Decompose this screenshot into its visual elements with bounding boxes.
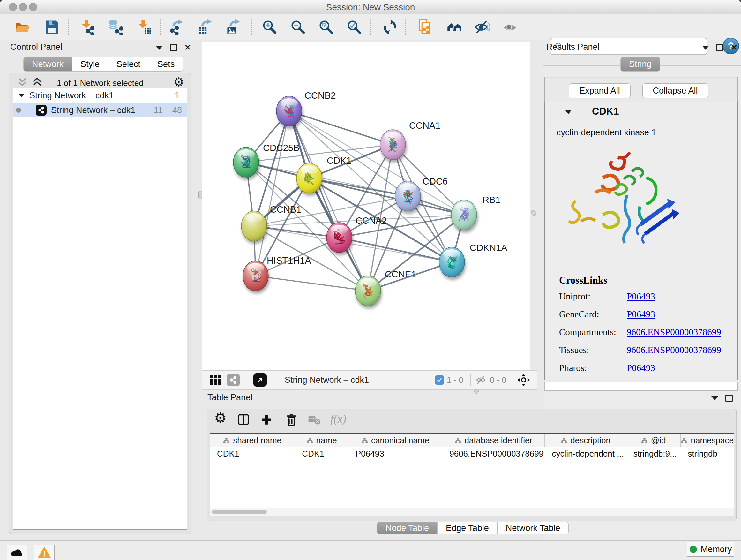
table-cell[interactable]: stringdb <box>681 447 734 460</box>
show-columns-button[interactable] <box>237 413 251 427</box>
table-cell[interactable]: 9606.ENSP00000378699 <box>442 447 545 460</box>
edge-CCNB2-CCNA1[interactable] <box>289 111 393 145</box>
delete-table-button[interactable] <box>307 413 321 427</box>
panel-float-icon[interactable] <box>170 44 177 51</box>
table-cell[interactable]: stringdb:9... <box>626 447 681 460</box>
node-RB1[interactable] <box>451 200 477 230</box>
cloud-button[interactable] <box>7 545 27 560</box>
column-type-icon <box>307 437 313 443</box>
save-session-button[interactable] <box>43 18 61 36</box>
crosslink-link[interactable]: P06493 <box>627 363 655 373</box>
hide-selection-button[interactable] <box>473 18 491 36</box>
tab-select[interactable]: Select <box>108 57 149 71</box>
network-view-icon[interactable] <box>227 374 240 386</box>
export-table-button[interactable] <box>197 18 215 36</box>
node-CDC25B[interactable] <box>233 147 259 177</box>
selected-checkbox-icon[interactable] <box>435 375 444 385</box>
column-header-canonical-name[interactable]: canonical name <box>348 434 442 447</box>
node-CCNE1[interactable] <box>355 276 381 306</box>
tree-expander-icon[interactable] <box>18 93 25 98</box>
function-builder-button[interactable]: f(x) <box>330 412 346 426</box>
tab-edge-table[interactable]: Edge Table <box>437 522 497 535</box>
node-CCNB1[interactable] <box>241 211 267 241</box>
import-network-icon <box>78 19 95 36</box>
tab-style[interactable]: Style <box>72 57 108 71</box>
show-all-button[interactable] <box>501 18 519 36</box>
column-header--id[interactable]: @id <box>626 434 681 447</box>
network-row[interactable]: String Network – cdk1 11 48 <box>13 103 187 118</box>
network-collection-row[interactable]: String Network – cdk1 1 <box>13 88 187 103</box>
node-CDC6[interactable] <box>395 181 421 211</box>
node-CCNA2[interactable] <box>327 223 352 253</box>
tab-string[interactable]: String <box>620 57 660 71</box>
left-splitter-handle[interactable] <box>199 191 202 199</box>
tab-network[interactable]: Network <box>23 57 72 71</box>
network-list-box: 1 of 1 Network selected ⚙ String Network… <box>9 73 192 534</box>
table-cell[interactable]: CDK1 <box>210 447 295 460</box>
crosslink-label: Tissues: <box>559 345 627 355</box>
network-options-gear-icon[interactable]: ⚙ <box>173 75 184 89</box>
table-horizontal-scrollbar[interactable] <box>210 508 734 516</box>
zoom-selected-button[interactable] <box>345 18 363 36</box>
column-header-description[interactable]: description <box>545 434 626 447</box>
column-header-name[interactable]: name <box>295 434 348 447</box>
node-HIST1H1A[interactable] <box>243 261 268 291</box>
zoom-fit-button[interactable] <box>317 18 335 36</box>
export-image-button[interactable] <box>225 18 243 36</box>
tab-sets[interactable]: Sets <box>149 57 183 71</box>
edge-HIST1H1A-CCNE1[interactable] <box>256 276 368 291</box>
column-header-shared-name[interactable]: shared name <box>210 434 295 447</box>
crosslink-link[interactable]: 9606.ENSP00000378699 <box>627 327 721 337</box>
right-splitter-handle[interactable] <box>531 210 536 215</box>
refresh-button[interactable] <box>381 18 399 36</box>
string-network-graph[interactable]: CCNB2CCNA1CDC25BCDK1CDC6RB1CCNB1CCNA2CDK… <box>202 42 531 371</box>
table-cell[interactable]: cyclin-dependent ... <box>545 447 626 460</box>
string-import-button[interactable] <box>416 18 434 36</box>
crosslink-link[interactable]: P06493 <box>627 309 655 320</box>
column-header-namespace[interactable]: namespace <box>681 434 734 447</box>
panel-menu-icon[interactable] <box>702 46 709 50</box>
table-options-gear-icon[interactable]: ⚙ <box>214 410 226 426</box>
node-CCNA1[interactable] <box>380 130 406 160</box>
tab-node-table[interactable]: Node Table <box>377 522 437 535</box>
detach-view-icon[interactable] <box>253 373 267 387</box>
scrollbar-thumb[interactable] <box>212 509 267 514</box>
import-table-button[interactable] <box>135 18 153 36</box>
panel-close-icon[interactable]: ✕ <box>731 45 738 51</box>
crosslink-link[interactable]: P06493 <box>627 291 655 302</box>
network-canvas[interactable]: CCNB2CCNA1CDC25BCDK1CDC6RB1CCNB1CCNA2CDK… <box>202 42 530 370</box>
panel-close-icon[interactable]: ✕ <box>740 395 741 401</box>
warnings-button[interactable] <box>34 545 55 560</box>
import-network-database-button[interactable] <box>107 18 125 36</box>
zoom-in-button[interactable] <box>261 18 279 36</box>
panel-float-icon[interactable] <box>725 395 733 402</box>
grid-view-icon[interactable] <box>209 374 222 386</box>
open-file-button[interactable] <box>13 18 31 36</box>
panel-menu-icon[interactable] <box>711 396 718 400</box>
import-network-file-button[interactable] <box>78 18 96 36</box>
node-CCNB2[interactable] <box>276 96 302 126</box>
memory-button[interactable]: Memory <box>687 542 734 557</box>
home-button[interactable] <box>446 18 464 36</box>
panel-close-icon[interactable]: ✕ <box>184 45 192 51</box>
crosslink-row: Pharos:P06493 <box>559 363 728 373</box>
delete-column-button[interactable] <box>284 413 298 427</box>
table-cell[interactable]: CDK1 <box>295 447 348 460</box>
edge-CCNA2-CDKN1A[interactable] <box>339 238 452 262</box>
add-column-button[interactable] <box>259 413 273 427</box>
zoom-out-button[interactable] <box>289 18 307 36</box>
expand-all-button[interactable]: Expand All <box>569 83 630 98</box>
panel-float-icon[interactable] <box>716 44 724 51</box>
panel-menu-icon[interactable] <box>156 46 163 50</box>
column-header-database-identifier[interactable]: database identifier <box>442 434 545 447</box>
birds-eye-icon[interactable] <box>517 373 531 387</box>
table-cell[interactable]: P06493 <box>348 447 442 460</box>
tab-network-table[interactable]: Network Table <box>497 522 569 535</box>
table-row[interactable]: CDK1CDK1P064939606.ENSP00000378699cyclin… <box>210 447 734 460</box>
node-CDK1[interactable] <box>296 163 322 193</box>
node-CDKN1A[interactable] <box>439 247 465 277</box>
entry-collapse-icon[interactable] <box>564 110 572 115</box>
crosslink-link[interactable]: 9606.ENSP00000378699 <box>627 345 721 355</box>
collapse-all-button[interactable]: Collapse All <box>643 83 708 98</box>
export-network-button[interactable] <box>169 18 186 36</box>
